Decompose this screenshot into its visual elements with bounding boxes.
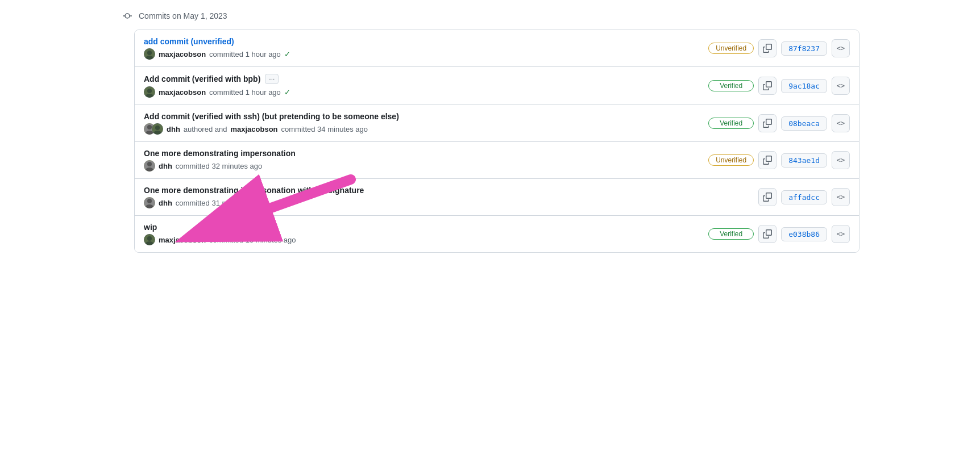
commits-header: Commits on May 1, 2023 xyxy=(121,11,859,20)
commit-title: One more demonstrating impersonation xyxy=(144,149,296,158)
commit-author: maxjacobson xyxy=(159,236,206,244)
status-badge[interactable]: Verified xyxy=(708,118,754,129)
sha-link[interactable]: e038b86 xyxy=(781,227,827,241)
commit-author: maxjacobson xyxy=(159,50,206,58)
commit-title-row: One more demonstrating impersonation wit… xyxy=(144,186,751,195)
avatar xyxy=(144,234,155,245)
sha-link[interactable]: 843ae1d xyxy=(781,153,827,168)
copy-sha-button[interactable] xyxy=(758,114,776,132)
commit-more-button[interactable]: ··· xyxy=(265,74,279,84)
copy-sha-button[interactable] xyxy=(758,188,776,206)
commit-title-row: Add commit (verified with bpb) ··· xyxy=(144,74,701,84)
commit-meta: dhh committed 31 minutes ago xyxy=(144,197,751,208)
commit-node-icon xyxy=(123,11,132,20)
commit-meta: maxjacobson committed 1 hour ago ✓ xyxy=(144,48,701,60)
commit-author: maxjacobson xyxy=(159,88,206,97)
table-row: wip maxjacobson committed 15 minutes ago xyxy=(135,216,859,252)
commit-info: wip maxjacobson committed 15 minutes ago xyxy=(144,223,701,245)
svg-point-16 xyxy=(147,162,152,166)
commit-info: One more demonstrating impersonation dhh… xyxy=(144,149,701,172)
svg-point-7 xyxy=(147,89,152,93)
commit-title: Add commit (verified with ssh) (but pret… xyxy=(144,112,399,121)
status-badge[interactable]: Verified xyxy=(708,228,754,240)
commit-committer: maxjacobson xyxy=(230,125,277,133)
sha-link[interactable]: 87f8237 xyxy=(781,41,827,56)
avatar xyxy=(144,86,155,98)
commit-time: committed 15 minutes ago xyxy=(209,236,296,244)
browse-files-button[interactable]: <> xyxy=(832,39,850,57)
svg-point-10 xyxy=(147,125,152,129)
browse-files-button[interactable]: <> xyxy=(832,151,850,169)
browse-files-button[interactable]: <> xyxy=(832,114,850,132)
code-icon: <> xyxy=(837,119,845,127)
commit-actions: Unverified 843ae1d <> xyxy=(708,151,850,169)
status-badge[interactable]: Verified xyxy=(708,80,754,91)
commit-time: committed 31 minutes ago xyxy=(176,199,262,207)
commit-actions: Unverified 87f8237 <> xyxy=(708,39,850,57)
code-icon: <> xyxy=(837,230,845,238)
commit-author: dhh xyxy=(159,162,172,170)
avatar xyxy=(144,48,155,60)
commit-title-link[interactable]: add commit (unverified) xyxy=(144,37,234,46)
svg-point-0 xyxy=(125,14,130,18)
table-row: add commit (unverified) maxjacobson comm… xyxy=(135,30,859,67)
dual-avatars xyxy=(144,123,163,135)
table-row: Add commit (verified with bpb) ··· maxja… xyxy=(135,67,859,105)
commits-date-label: Commits on May 1, 2023 xyxy=(139,11,227,20)
commits-list: add commit (unverified) maxjacobson comm… xyxy=(134,30,859,253)
browse-files-button[interactable]: <> xyxy=(832,225,850,243)
commit-meta: maxjacobson committed 1 hour ago ✓ xyxy=(144,86,701,98)
browse-files-button[interactable]: <> xyxy=(832,188,850,206)
commit-info: Add commit (verified with bpb) ··· maxja… xyxy=(144,74,701,98)
commit-info: One more demonstrating impersonation wit… xyxy=(144,186,751,208)
commit-author: dhh xyxy=(159,199,172,207)
svg-point-13 xyxy=(155,126,160,130)
avatar xyxy=(144,160,155,172)
copy-sha-button[interactable] xyxy=(758,39,776,57)
table-row: One more demonstrating impersonation wit… xyxy=(135,179,859,216)
commit-time: committed 1 hour ago xyxy=(209,88,281,97)
commit-actions: Verified 08beaca <> xyxy=(708,114,850,132)
copy-sha-button[interactable] xyxy=(758,77,776,95)
commit-title: One more demonstrating impersonation wit… xyxy=(144,186,364,195)
commit-actions: Verified e038b86 <> xyxy=(708,225,850,243)
commit-time: committed 1 hour ago xyxy=(209,50,281,58)
code-icon: <> xyxy=(837,82,845,90)
code-icon: <> xyxy=(837,44,845,52)
commit-title-row: Add commit (verified with ssh) (but pret… xyxy=(144,112,701,121)
commit-authored-label: authored and xyxy=(184,125,227,133)
avatar-maxjacobson xyxy=(152,123,163,135)
commit-title-row: wip xyxy=(144,223,701,232)
code-icon: <> xyxy=(837,156,845,164)
verification-check-icon: ✓ xyxy=(284,50,290,58)
commit-title-row: add commit (unverified) xyxy=(144,37,701,46)
commit-title: Add commit (verified with bpb) xyxy=(144,74,260,83)
browse-files-button[interactable]: <> xyxy=(832,77,850,95)
table-row: One more demonstrating impersonation dhh… xyxy=(135,142,859,179)
commit-info: Add commit (verified with ssh) (but pret… xyxy=(144,112,701,135)
avatar xyxy=(144,197,155,208)
commit-author: dhh xyxy=(167,125,180,133)
sha-link[interactable]: 08beaca xyxy=(781,116,827,131)
commit-actions: Verified 9ac18ac <> xyxy=(708,77,850,95)
svg-point-19 xyxy=(147,199,152,203)
status-badge[interactable]: Unverified xyxy=(708,43,754,54)
sha-link[interactable]: affadcc xyxy=(781,190,827,204)
commit-meta: dhh committed 32 minutes ago xyxy=(144,160,701,172)
code-icon: <> xyxy=(837,193,845,201)
page-wrapper: Commits on May 1, 2023 add commit (unver… xyxy=(121,11,859,253)
status-badge[interactable]: Unverified xyxy=(708,154,754,166)
sha-link[interactable]: 9ac18ac xyxy=(781,79,827,93)
commit-title-row: One more demonstrating impersonation xyxy=(144,149,701,158)
commit-actions: affadcc <> xyxy=(758,188,850,206)
svg-point-4 xyxy=(147,51,152,55)
commit-meta: dhh authored and maxjacobson committed 3… xyxy=(144,123,701,135)
commit-time: committed 32 minutes ago xyxy=(176,162,262,170)
copy-sha-button[interactable] xyxy=(758,225,776,243)
commit-info: add commit (unverified) maxjacobson comm… xyxy=(144,37,701,60)
verification-check-icon: ✓ xyxy=(284,88,290,97)
commit-meta: maxjacobson committed 15 minutes ago xyxy=(144,234,701,245)
svg-point-24 xyxy=(147,236,152,241)
table-row: Add commit (verified with ssh) (but pret… xyxy=(135,105,859,142)
copy-sha-button[interactable] xyxy=(758,151,776,169)
